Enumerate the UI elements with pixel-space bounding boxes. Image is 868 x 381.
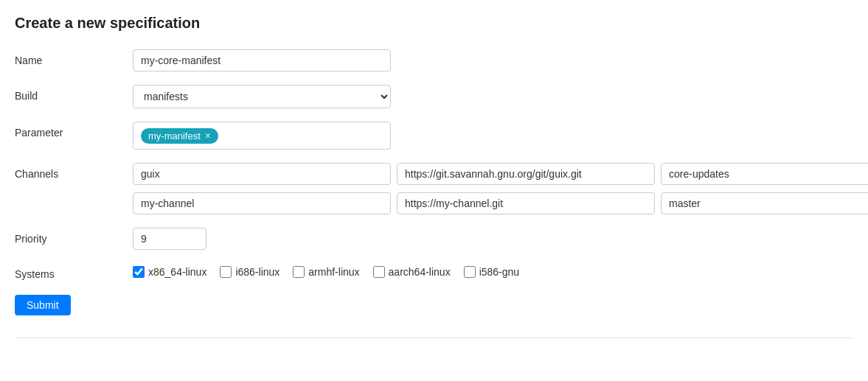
system-checkbox-x86_64-linux[interactable]	[133, 266, 145, 278]
channel-branch-0[interactable]	[661, 163, 868, 185]
priority-input[interactable]	[133, 228, 206, 250]
submit-button[interactable]: Submit	[15, 295, 71, 315]
system-checkbox-i586-gnu[interactable]	[464, 266, 476, 278]
parameter-tag-text: my-manifest	[148, 130, 201, 141]
name-input[interactable]	[133, 49, 391, 71]
channel-url-0[interactable]	[397, 163, 655, 185]
channel-branch-1[interactable]	[661, 192, 868, 214]
divider	[15, 338, 853, 338]
channel-row-0: Add	[133, 163, 868, 185]
channel-url-1[interactable]	[397, 192, 655, 214]
system-option-x86_64-linux[interactable]: x86_64-linux	[133, 266, 206, 278]
system-checkbox-i686-linux[interactable]	[220, 266, 232, 278]
name-label: Name	[15, 49, 133, 66]
system-option-aarch64-linux[interactable]: aarch64-linux	[373, 266, 451, 278]
channel-row-1: Remove	[133, 192, 868, 214]
build-label: Build	[15, 85, 133, 102]
page-title: Create a new specification	[15, 15, 853, 32]
priority-label: Priority	[15, 228, 133, 245]
channel-name-1[interactable]	[133, 192, 391, 214]
build-select[interactable]: manifests	[133, 85, 391, 108]
parameter-box: my-manifest ×	[133, 122, 391, 150]
system-label-aarch64-linux: aarch64-linux	[389, 266, 451, 278]
channels-container: Add Remove	[133, 163, 868, 214]
systems-container: x86_64-linux i686-linux armhf-linux aarc…	[133, 263, 519, 278]
system-option-i586-gnu[interactable]: i586-gnu	[464, 266, 520, 278]
system-checkbox-aarch64-linux[interactable]	[373, 266, 385, 278]
system-label-armhf-linux: armhf-linux	[308, 266, 359, 278]
system-label-x86_64-linux: x86_64-linux	[148, 266, 206, 278]
system-label-i586-gnu: i586-gnu	[479, 266, 520, 278]
build-group: Build manifests	[15, 85, 853, 108]
parameter-group: Parameter my-manifest ×	[15, 122, 853, 150]
channel-name-0[interactable]	[133, 163, 391, 185]
channels-group: Channels Add Remove	[15, 163, 853, 214]
systems-group: Systems x86_64-linux i686-linux armhf-li…	[15, 263, 853, 280]
system-option-i686-linux[interactable]: i686-linux	[220, 266, 280, 278]
name-group: Name	[15, 49, 853, 71]
system-label-i686-linux: i686-linux	[235, 266, 280, 278]
parameter-tag-remove[interactable]: ×	[205, 130, 211, 141]
submit-row: Submit	[15, 295, 853, 315]
priority-group: Priority	[15, 228, 853, 250]
system-checkbox-armhf-linux[interactable]	[293, 266, 305, 278]
systems-label: Systems	[15, 263, 133, 280]
channels-label: Channels	[15, 163, 133, 180]
system-option-armhf-linux[interactable]: armhf-linux	[293, 266, 359, 278]
parameter-label: Parameter	[15, 122, 133, 139]
parameter-tag-my-manifest: my-manifest ×	[141, 128, 218, 144]
